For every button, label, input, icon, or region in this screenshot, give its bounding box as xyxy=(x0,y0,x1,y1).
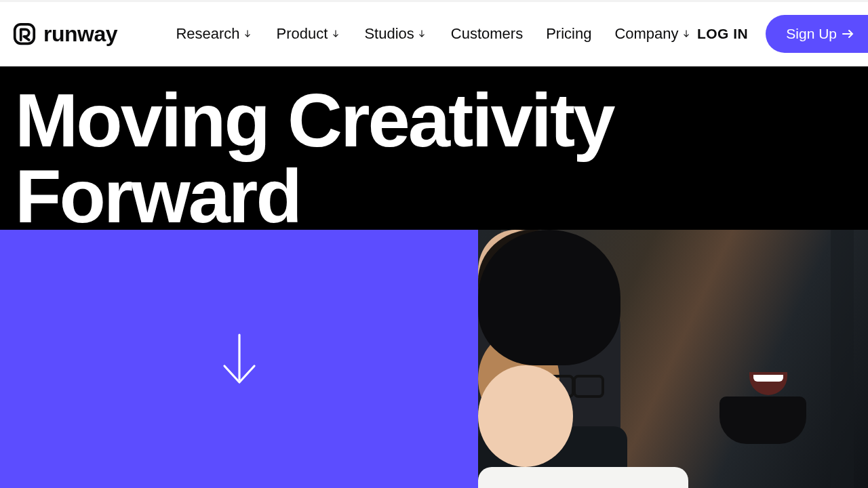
hero-split xyxy=(0,230,868,488)
login-link[interactable]: LOG IN xyxy=(697,26,748,42)
person-illustration xyxy=(478,230,688,488)
signup-label: Sign Up xyxy=(786,26,837,42)
nav-label: Company xyxy=(614,25,678,43)
top-nav: runway Research Product Studios Customer… xyxy=(0,0,868,66)
signup-button[interactable]: Sign Up xyxy=(766,15,868,53)
nav-customers[interactable]: Customers xyxy=(451,25,523,43)
hero: Moving Creativity Forward xyxy=(0,66,868,230)
svg-rect-0 xyxy=(15,24,35,44)
nav-research[interactable]: Research xyxy=(176,25,253,43)
nav-pricing[interactable]: Pricing xyxy=(546,25,591,43)
nav-product[interactable]: Product xyxy=(277,25,342,43)
nav-label: Research xyxy=(176,25,239,43)
arrow-down-icon xyxy=(219,332,260,386)
scroll-down-panel[interactable] xyxy=(0,230,478,488)
chevron-down-icon xyxy=(244,29,254,39)
logo[interactable]: runway xyxy=(12,22,117,47)
nav-label: Pricing xyxy=(546,25,591,43)
nav-label: Customers xyxy=(451,25,523,43)
arrow-right-icon xyxy=(842,29,854,39)
team-photo xyxy=(478,230,868,488)
nav-studios[interactable]: Studios xyxy=(364,25,427,43)
nav-label: Product xyxy=(277,25,328,43)
nav-right: LOG IN Sign Up xyxy=(697,15,868,53)
nav-company[interactable]: Company xyxy=(614,25,692,43)
chevron-down-icon xyxy=(332,29,341,39)
window-frame xyxy=(831,230,854,488)
nav-label: Studios xyxy=(364,25,414,43)
chevron-down-icon xyxy=(418,29,428,39)
primary-nav: Research Product Studios Customers Prici… xyxy=(176,25,692,43)
logo-text: runway xyxy=(43,22,117,47)
logo-mark-icon xyxy=(12,22,37,46)
hero-headline: Moving Creativity Forward xyxy=(15,83,853,235)
chevron-down-icon xyxy=(683,29,692,39)
